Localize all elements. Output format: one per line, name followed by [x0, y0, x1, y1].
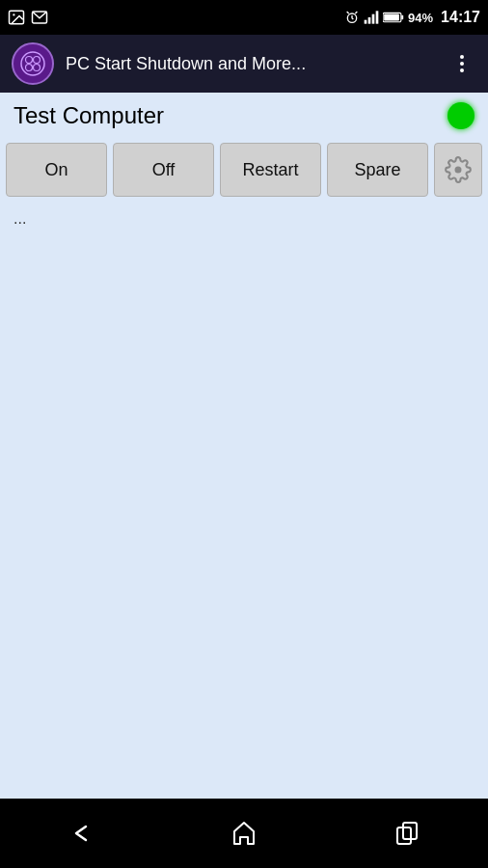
home-icon: [230, 819, 258, 848]
battery-percent: 94%: [408, 11, 433, 25]
status-text: ...: [0, 204, 488, 233]
restart-button[interactable]: Restart: [220, 143, 321, 197]
app-logo: [12, 42, 54, 85]
signal-icon: [364, 10, 379, 25]
svg-rect-8: [372, 14, 375, 24]
svg-line-4: [347, 12, 349, 14]
back-icon: [67, 819, 95, 848]
svg-rect-6: [365, 20, 367, 24]
settings-button[interactable]: [434, 143, 482, 197]
main-content: Test Computer On Off Restart Spare ...: [0, 93, 488, 799]
status-bar-right: 94% 14:17: [344, 9, 480, 26]
image-icon: [8, 9, 25, 26]
spare-button[interactable]: Spare: [327, 143, 428, 197]
empty-area: [0, 233, 488, 799]
recent-apps-button[interactable]: [378, 809, 436, 857]
computer-row: Test Computer: [0, 93, 488, 139]
app-title: PC Start Shutdown and More...: [66, 54, 447, 74]
bottom-nav: [0, 799, 488, 868]
computer-name: Test Computer: [14, 102, 447, 129]
back-button[interactable]: [52, 809, 110, 857]
svg-rect-9: [376, 11, 379, 23]
svg-rect-11: [384, 14, 399, 20]
status-bar: 94% 14:17: [0, 0, 488, 35]
off-button[interactable]: Off: [113, 143, 214, 197]
svg-rect-7: [368, 17, 371, 24]
time-display: 14:17: [441, 9, 480, 26]
svg-rect-12: [401, 15, 403, 20]
home-button[interactable]: [215, 809, 273, 857]
overflow-menu-button[interactable]: [447, 49, 476, 78]
status-indicator: [447, 102, 474, 129]
email-icon: [31, 9, 48, 26]
gear-icon: [445, 156, 472, 183]
buttons-row: On Off Restart Spare: [0, 139, 488, 204]
app-bar: PC Start Shutdown and More...: [0, 35, 488, 93]
svg-point-13: [21, 52, 44, 75]
status-bar-left: [8, 9, 48, 26]
on-button[interactable]: On: [6, 143, 107, 197]
svg-line-5: [355, 12, 357, 14]
recent-apps-icon: [393, 819, 421, 848]
alarm-icon: [344, 10, 360, 25]
svg-point-1: [13, 14, 14, 15]
battery-icon: [383, 11, 404, 24]
